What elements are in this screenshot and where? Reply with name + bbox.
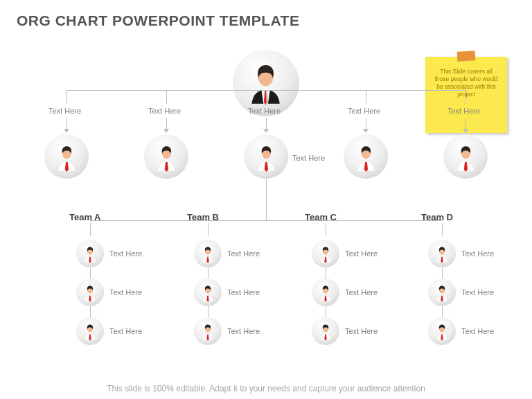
l2-label: Text Here — [48, 107, 81, 115]
avatar-member — [76, 317, 104, 345]
connector — [266, 90, 267, 104]
connector — [442, 267, 443, 278]
connector — [208, 267, 209, 278]
slide-canvas: ORG CHART POWERPOINT TEMPLATE This Slide… — [0, 0, 532, 399]
avatar-member — [194, 278, 222, 306]
team-label: Team B — [187, 212, 219, 222]
footer-caption: This slide is 100% editable. Adapt it to… — [0, 384, 532, 393]
avatar-member — [312, 317, 339, 345]
avatar-l2 — [144, 134, 188, 179]
avatar-member — [194, 317, 222, 345]
avatar-member — [312, 278, 339, 306]
arrow-icon — [163, 129, 169, 133]
member-label: Text Here — [345, 249, 378, 258]
team-label: Team D — [421, 212, 453, 222]
l2-label: Text Here — [248, 107, 281, 115]
tape-icon — [457, 51, 476, 61]
connector — [66, 118, 67, 129]
avatar-l2 — [244, 134, 288, 179]
avatar-l2 — [443, 134, 488, 179]
team-label: Team C — [305, 212, 337, 222]
avatar-l2 — [344, 134, 388, 179]
connector — [366, 90, 366, 104]
arrow-icon — [263, 129, 269, 133]
arrow-icon — [64, 129, 69, 133]
connector — [326, 223, 326, 236]
member-label: Text Here — [109, 288, 142, 296]
member-label: Text Here — [461, 288, 494, 296]
avatar-member — [428, 240, 456, 267]
connector — [442, 223, 443, 236]
member-label: Text Here — [227, 249, 260, 258]
sticky-note: This Slide covers all those people who w… — [425, 57, 507, 133]
l2-label: Text Here — [348, 107, 380, 115]
connector — [266, 179, 267, 220]
member-label: Text Here — [461, 249, 494, 258]
connector — [326, 267, 326, 278]
avatar-member — [76, 278, 104, 306]
connector — [366, 118, 366, 129]
connector — [266, 118, 267, 129]
avatar-l2 — [44, 134, 89, 179]
member-label: Text Here — [227, 327, 260, 335]
connector — [208, 223, 209, 236]
l2-label: Text Here — [447, 107, 480, 115]
connector — [66, 90, 67, 104]
slide-title: ORG CHART POWERPOINT TEMPLATE — [17, 12, 299, 29]
connector — [166, 118, 167, 129]
l2-label: Text Here — [148, 107, 181, 115]
arrow-icon — [463, 129, 468, 133]
member-label: Text Here — [345, 288, 378, 296]
member-label: Text Here — [345, 327, 378, 335]
avatar-member — [76, 240, 104, 267]
team-label: Team A — [69, 212, 101, 222]
connector — [166, 90, 167, 104]
arrow-icon — [363, 129, 369, 133]
member-label: Text Here — [109, 327, 142, 335]
avatar-member — [194, 240, 222, 267]
connector — [442, 306, 443, 317]
connector — [326, 306, 326, 317]
member-label: Text Here — [461, 327, 494, 335]
avatar-member — [428, 278, 456, 306]
connector — [90, 306, 91, 317]
connector — [90, 267, 91, 278]
l2-mid-side-label: Text Here — [292, 154, 325, 162]
avatar-member — [428, 317, 456, 345]
member-label: Text Here — [109, 249, 142, 258]
connector — [90, 220, 442, 221]
connector — [466, 118, 466, 129]
connector — [208, 306, 209, 317]
connector — [90, 223, 91, 236]
member-label: Text Here — [227, 288, 260, 296]
sticky-text: This Slide covers all those people who w… — [434, 68, 497, 98]
avatar-member — [312, 240, 339, 267]
connector — [466, 90, 466, 104]
